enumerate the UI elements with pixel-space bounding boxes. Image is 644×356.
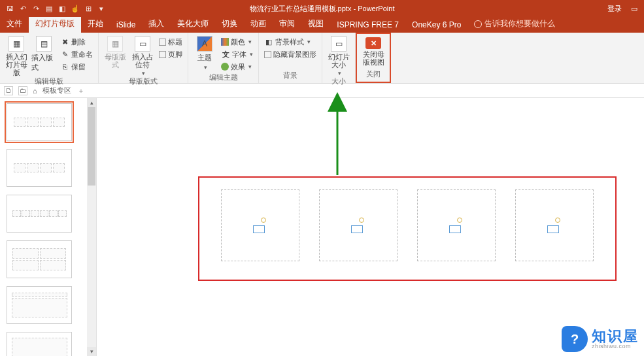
effects-icon bbox=[221, 63, 229, 71]
tell-me-label: 告诉我你想要做什么 bbox=[484, 18, 555, 29]
qat-item-icon[interactable]: ⊞ bbox=[82, 3, 94, 14]
slide-size-button[interactable]: ▭ 幻灯片大小 bbox=[326, 36, 351, 76]
group-background-label: 背景 bbox=[263, 71, 318, 82]
picture-placeholder[interactable] bbox=[515, 189, 594, 261]
checkbox-icon bbox=[264, 51, 271, 58]
themes-label: 主题 bbox=[197, 53, 212, 63]
rename-button[interactable]: ✎重命名 bbox=[59, 48, 94, 60]
master-layout-button[interactable]: ▦ 母版版式 bbox=[103, 36, 127, 69]
themes-button[interactable]: A 主题 bbox=[192, 36, 217, 71]
layout-thumbnail[interactable] bbox=[7, 103, 72, 141]
preserve-icon: ⎘ bbox=[60, 62, 69, 71]
ribbon-options-icon[interactable]: ▭ bbox=[631, 5, 637, 13]
undo-icon[interactable]: ↶ bbox=[17, 3, 29, 14]
touch-mode-icon[interactable]: ☝ bbox=[69, 3, 81, 14]
work-area: ▴ ▾ ? 知识屋 zhishiwu.com bbox=[0, 98, 644, 356]
redo-icon[interactable]: ↷ bbox=[30, 3, 42, 14]
fonts-icon: 文 bbox=[221, 50, 230, 59]
group-size: ▭ 幻灯片大小 大小 bbox=[322, 33, 356, 83]
hide-background-checkbox[interactable]: 隐藏背景图形 bbox=[263, 48, 318, 60]
tab-review[interactable]: 审阅 bbox=[273, 16, 301, 33]
tab-ispring[interactable]: ISPRING FREE 7 bbox=[330, 18, 405, 33]
group-master-layout: ▦ 母版版式 ▭ 插入占位符 标题 页脚 母版版式 bbox=[99, 33, 188, 83]
rename-icon: ✎ bbox=[60, 50, 69, 59]
insert-placeholder-label: 插入占位符 bbox=[130, 53, 155, 69]
colors-button[interactable]: 颜色 bbox=[220, 36, 254, 48]
master-layout-icon: ▦ bbox=[107, 36, 123, 52]
background-styles-icon: ◧ bbox=[264, 37, 273, 46]
start-from-beginning-icon[interactable]: ▤ bbox=[43, 3, 55, 14]
layout-thumbnail[interactable] bbox=[7, 195, 72, 233]
scroll-up-icon[interactable]: ▴ bbox=[87, 98, 96, 107]
scroll-down-icon[interactable]: ▾ bbox=[87, 347, 96, 356]
checkbox-icon bbox=[159, 39, 166, 46]
scroll-thumb[interactable] bbox=[88, 107, 95, 186]
tab-islide[interactable]: iSlide bbox=[110, 18, 142, 33]
themes-icon: A bbox=[197, 36, 212, 52]
group-edit-theme: A 主题 颜色 文字体 效果 编辑主题 bbox=[188, 33, 259, 83]
insert-layout-button[interactable]: ▤ 插入版式 bbox=[31, 36, 56, 73]
tab-view[interactable]: 视图 bbox=[301, 16, 330, 33]
group-background: ◧背景样式 隐藏背景图形 背景 bbox=[259, 33, 322, 83]
background-styles-button[interactable]: ◧背景样式 bbox=[263, 36, 318, 48]
effects-label: 效果 bbox=[231, 62, 245, 72]
rename-label: 重命名 bbox=[71, 50, 93, 59]
effects-button[interactable]: 效果 bbox=[220, 61, 254, 73]
title-checkbox-label: 标题 bbox=[168, 37, 182, 47]
close-master-view-button[interactable]: ✕ 关闭母版视图 bbox=[361, 37, 386, 66]
add-icon[interactable]: + bbox=[79, 87, 83, 95]
footers-checkbox[interactable]: 页脚 bbox=[158, 48, 184, 60]
picture-placeholder[interactable] bbox=[417, 189, 496, 261]
delete-label: 删除 bbox=[71, 37, 86, 47]
delete-icon: ✖ bbox=[60, 37, 69, 46]
watermark-url: zhishiwu.com bbox=[592, 344, 639, 349]
tab-slide-master[interactable]: 幻灯片母版 bbox=[29, 16, 81, 33]
layout-thumbnail[interactable] bbox=[7, 332, 72, 356]
slide-canvas[interactable]: ? 知识屋 zhishiwu.com bbox=[97, 98, 644, 356]
tab-animations[interactable]: 动画 bbox=[244, 16, 273, 33]
watermark-badge-icon: ? bbox=[562, 326, 588, 352]
layout-thumbnail[interactable] bbox=[7, 240, 72, 278]
insert-layout-icon: ▤ bbox=[36, 36, 52, 52]
insert-slide-master-label: 插入幻灯片母版 bbox=[4, 53, 29, 76]
preserve-button[interactable]: ⎘保留 bbox=[59, 61, 94, 73]
qat-customize-icon[interactable]: ▾ bbox=[95, 3, 107, 14]
slide-size-label: 幻灯片大小 bbox=[326, 53, 351, 69]
insert-placeholder-button[interactable]: ▭ 插入占位符 bbox=[130, 36, 155, 76]
checkbox-icon bbox=[159, 51, 166, 58]
tab-onekey[interactable]: OneKey 6 Pro bbox=[405, 18, 467, 33]
tell-me[interactable]: 告诉我你想要做什么 bbox=[467, 16, 562, 33]
fonts-button[interactable]: 文字体 bbox=[220, 48, 254, 60]
close-icon: ✕ bbox=[365, 37, 381, 49]
picture-icon bbox=[250, 218, 270, 233]
sub-toolbar: 🗋 🗀 ⌂ 模板专区 + bbox=[0, 84, 644, 98]
tab-insert[interactable]: 插入 bbox=[142, 16, 171, 33]
scrollbar[interactable]: ▴ ▾ bbox=[87, 98, 96, 356]
tab-beautify[interactable]: 美化大师 bbox=[171, 16, 215, 33]
tab-home[interactable]: 开始 bbox=[81, 16, 110, 33]
insert-slide-master-button[interactable]: ▦ 插入幻灯片母版 bbox=[4, 36, 29, 76]
hide-background-label: 隐藏背景图形 bbox=[273, 50, 316, 59]
group-edit-master-label: 编辑母版 bbox=[4, 76, 94, 88]
save-icon[interactable]: 🖫 bbox=[4, 3, 16, 14]
home-icon[interactable]: ⌂ bbox=[33, 87, 37, 95]
qat-item-icon[interactable]: ◧ bbox=[56, 3, 68, 14]
watermark-title: 知识屋 bbox=[592, 329, 639, 344]
quick-access-toolbar: 🖫 ↶ ↷ ▤ ◧ ☝ ⊞ ▾ bbox=[0, 3, 107, 14]
insert-slide-master-icon: ▦ bbox=[8, 36, 24, 52]
annotation-arrow bbox=[332, 98, 352, 180]
title-checkbox[interactable]: 标题 bbox=[158, 36, 184, 48]
group-master-layout-label: 母版版式 bbox=[103, 76, 184, 88]
watermark: ? 知识屋 zhishiwu.com bbox=[562, 326, 639, 352]
window-title: 物流行业工作总结通用模板.pptx - PowerPoint bbox=[250, 4, 395, 14]
delete-button[interactable]: ✖删除 bbox=[59, 36, 94, 48]
layout-thumbnail[interactable] bbox=[7, 149, 72, 187]
group-size-label: 大小 bbox=[326, 76, 351, 88]
tab-transitions[interactable]: 切换 bbox=[215, 16, 244, 33]
group-close-label: 关闭 bbox=[361, 69, 386, 80]
picture-placeholder[interactable] bbox=[319, 189, 398, 261]
picture-placeholder[interactable] bbox=[221, 189, 299, 261]
tab-file[interactable]: 文件 bbox=[0, 16, 29, 33]
layout-thumbnail[interactable] bbox=[7, 286, 72, 324]
login-link[interactable]: 登录 bbox=[607, 4, 622, 14]
